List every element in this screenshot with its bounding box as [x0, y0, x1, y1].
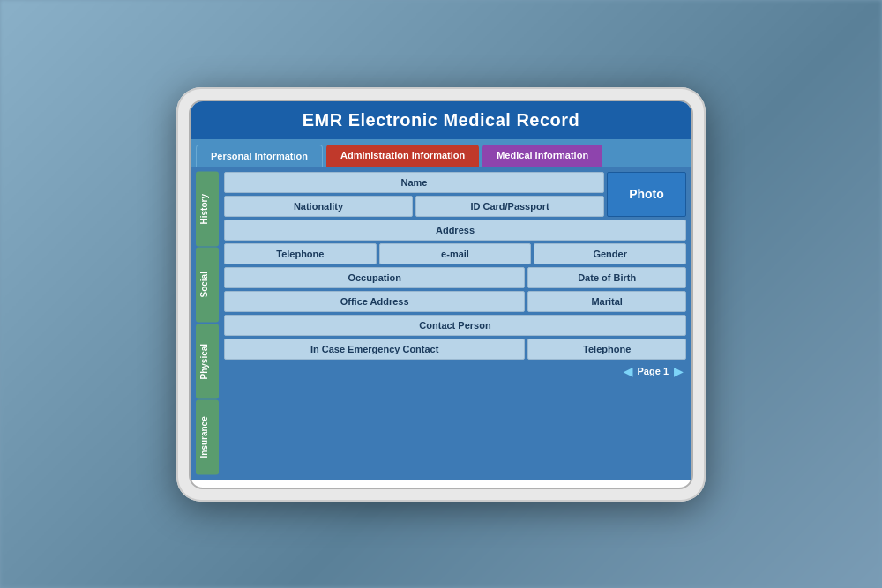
address-row: Address	[224, 220, 686, 241]
occupation-cell[interactable]: Occupation	[224, 267, 525, 288]
main-content: History Social Physical Insurance Name	[191, 167, 691, 480]
sidebar-tab-insurance[interactable]: Insurance	[196, 400, 219, 475]
name-photo-row: Name Nationality ID Card/Passport Photo	[224, 172, 686, 217]
id-card-cell[interactable]: ID Card/Passport	[415, 196, 604, 217]
name-nationality-area: Name Nationality ID Card/Passport	[224, 172, 604, 217]
photo-cell: Photo	[607, 172, 686, 217]
email-cell[interactable]: e-mail	[379, 243, 532, 264]
nationality-cell[interactable]: Nationality	[224, 196, 413, 217]
tablet: EMR Electronic Medical Record Personal I…	[176, 87, 706, 502]
office-address-cell[interactable]: Office Address	[224, 291, 525, 312]
tab-medical[interactable]: Medical Information	[482, 145, 602, 167]
nationality-row: Nationality ID Card/Passport	[224, 196, 604, 217]
contact-row: Contact Person	[224, 315, 686, 336]
gender-cell[interactable]: Gender	[534, 243, 686, 264]
tab-admin[interactable]: Administration Information	[326, 145, 479, 167]
address-cell[interactable]: Address	[224, 220, 686, 241]
page-label: Page 1	[638, 366, 669, 376]
occupation-row: Occupation Date of Birth	[224, 267, 686, 288]
tel-email-gender-row: Telephone e-mail Gender	[224, 243, 686, 264]
emergency-row: In Case Emergency Contact Telephone	[224, 339, 686, 360]
sidebar-tab-history[interactable]: History	[196, 172, 219, 247]
sidebar-tabs: History Social Physical Insurance	[196, 172, 219, 475]
pagination-row: ◀ Page 1 ▶	[224, 362, 686, 381]
marital-cell[interactable]: Marital	[527, 291, 686, 312]
prev-page-arrow[interactable]: ◀	[624, 365, 632, 378]
sidebar-tab-physical[interactable]: Physical	[196, 324, 219, 399]
tab-personal[interactable]: Personal Information	[196, 145, 323, 167]
form-area: Name Nationality ID Card/Passport Photo …	[224, 172, 686, 475]
contact-person-cell[interactable]: Contact Person	[224, 315, 686, 336]
tabs-row: Personal Information Administration Info…	[191, 139, 691, 167]
dob-cell[interactable]: Date of Birth	[527, 267, 686, 288]
office-row: Office Address Marital	[224, 291, 686, 312]
tablet-screen: EMR Electronic Medical Record Personal I…	[189, 100, 693, 489]
sidebar-tab-social[interactable]: Social	[196, 248, 219, 323]
app-title: EMR Electronic Medical Record	[191, 101, 691, 139]
telephone-cell[interactable]: Telephone	[224, 243, 377, 264]
name-row: Name	[224, 172, 604, 193]
emerg-tel-cell[interactable]: Telephone	[527, 339, 686, 360]
next-page-arrow[interactable]: ▶	[674, 365, 683, 378]
emergency-contact-cell[interactable]: In Case Emergency Contact	[224, 339, 525, 360]
name-cell[interactable]: Name	[224, 172, 604, 193]
